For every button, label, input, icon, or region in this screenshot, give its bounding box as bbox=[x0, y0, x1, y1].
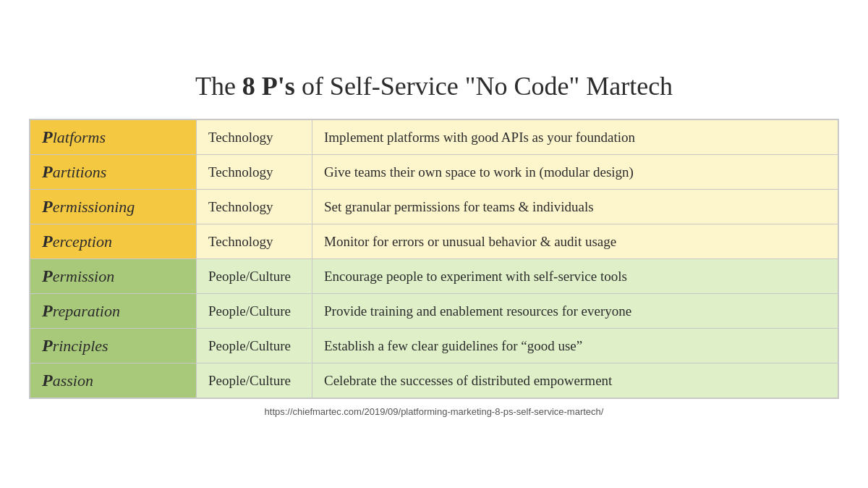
p-rest-permissioning: ermissioning bbox=[53, 198, 135, 216]
cell-description-partitions: Give teams their own space to work in (m… bbox=[312, 155, 838, 189]
table-row: Passion People/Culture Celebrate the suc… bbox=[30, 363, 838, 397]
p-letter-permission: P bbox=[42, 266, 53, 286]
cell-name-perception: Perception bbox=[30, 224, 197, 258]
cell-description-perception: Monitor for errors or unusual behavior &… bbox=[312, 224, 838, 258]
p-rest-preparation: reparation bbox=[53, 302, 120, 321]
table-row: Preparation People/Culture Provide train… bbox=[30, 294, 838, 329]
cell-category-permissioning: Technology bbox=[197, 190, 312, 224]
title-bold: 8 P's bbox=[242, 72, 295, 101]
footer-url: https://chiefmartec.com/2019/09/platform… bbox=[29, 406, 839, 417]
cell-name-permission: Permission bbox=[30, 259, 197, 293]
cell-description-preparation: Provide training and enablement resource… bbox=[312, 294, 838, 328]
p-letter-partitions: P bbox=[42, 162, 53, 182]
cell-name-principles: Principles bbox=[30, 329, 197, 363]
p-rest-passion: assion bbox=[53, 371, 93, 390]
cell-category-passion: People/Culture bbox=[197, 363, 312, 397]
cell-category-platforms: Technology bbox=[197, 120, 312, 154]
p-rest-permission: ermission bbox=[53, 267, 115, 286]
cell-name-platforms: Platforms bbox=[30, 120, 197, 154]
cell-category-perception: Technology bbox=[197, 224, 312, 258]
cell-name-permissioning: Permissioning bbox=[30, 190, 197, 224]
p-letter-principles: P bbox=[42, 336, 53, 356]
p-rest-principles: rinciples bbox=[53, 337, 109, 356]
cell-category-permission: People/Culture bbox=[197, 259, 312, 293]
p-letter-perception: P bbox=[42, 232, 53, 251]
cell-description-platforms: Implement platforms with good APIs as yo… bbox=[312, 120, 838, 154]
p-rest-platforms: latforms bbox=[53, 128, 106, 147]
p-letter-platforms: P bbox=[42, 127, 53, 147]
p-rest-partitions: artitions bbox=[53, 163, 107, 182]
cell-name-passion: Passion bbox=[30, 363, 197, 397]
cell-category-principles: People/Culture bbox=[197, 329, 312, 363]
cell-description-permissioning: Set granular permissions for teams & ind… bbox=[312, 190, 838, 224]
page-wrapper: The 8 P's of Self-Service "No Code" Mart… bbox=[0, 56, 868, 432]
cell-description-passion: Celebrate the successes of distributed e… bbox=[312, 363, 838, 397]
page-title: The 8 P's of Self-Service "No Code" Mart… bbox=[29, 71, 839, 101]
table-row: Permissioning Technology Set granular pe… bbox=[30, 190, 838, 224]
cell-category-partitions: Technology bbox=[197, 155, 312, 189]
table-row: Platforms Technology Implement platforms… bbox=[30, 120, 838, 155]
table-row: Partitions Technology Give teams their o… bbox=[30, 155, 838, 190]
p-letter-permissioning: P bbox=[42, 197, 53, 216]
cell-name-preparation: Preparation bbox=[30, 294, 197, 328]
p-letter-preparation: P bbox=[42, 301, 53, 321]
table-row: Permission People/Culture Encourage peop… bbox=[30, 259, 838, 294]
cell-category-preparation: People/Culture bbox=[197, 294, 312, 328]
table-row: Perception Technology Monitor for errors… bbox=[30, 224, 838, 259]
p-rest-perception: erception bbox=[53, 232, 112, 251]
cell-description-principles: Establish a few clear guidelines for “go… bbox=[312, 329, 838, 363]
table-row: Principles People/Culture Establish a fe… bbox=[30, 329, 838, 363]
cell-name-partitions: Partitions bbox=[30, 155, 197, 189]
main-table: Platforms Technology Implement platforms… bbox=[29, 119, 839, 399]
p-letter-passion: P bbox=[42, 371, 53, 390]
cell-description-permission: Encourage people to experiment with self… bbox=[312, 259, 838, 293]
